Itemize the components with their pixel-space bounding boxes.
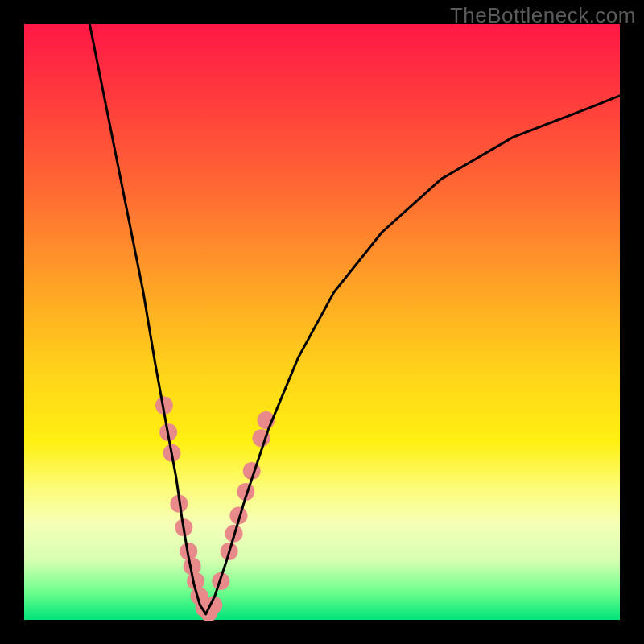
watermark-text: TheBottleneck.com [450, 3, 636, 28]
plot-area [24, 24, 620, 620]
curve-layer [24, 24, 620, 620]
curve-right-arm [206, 96, 620, 614]
scatter-beads [155, 397, 275, 621]
chart-frame: TheBottleneck.com [0, 0, 644, 644]
